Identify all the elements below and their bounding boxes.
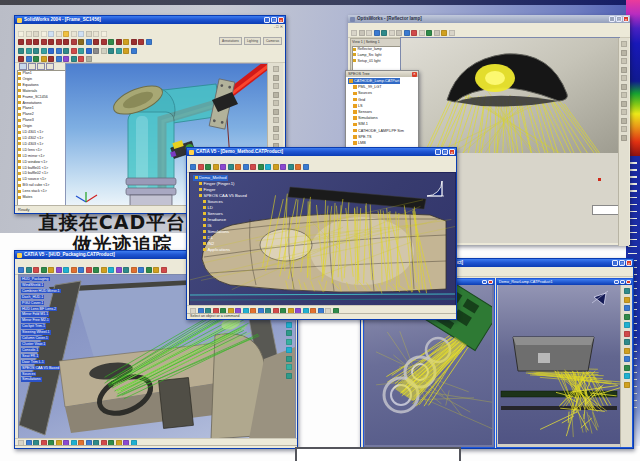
toolbar-icon[interactable]	[93, 267, 99, 273]
toolbar-icon[interactable]	[621, 84, 627, 90]
optis-viewport[interactable]	[400, 37, 620, 154]
toolbar-icon[interactable]	[33, 56, 39, 62]
toolbar-icon[interactable]	[18, 39, 24, 45]
tree-item[interactable]: Console.1	[21, 348, 39, 352]
tree-item[interactable]: Sources	[21, 372, 36, 376]
toolbar-icon[interactable]	[56, 56, 62, 62]
hud-spec-tree[interactable]: HUD_PackagingWindShield.1Combiner HUD Mi…	[21, 277, 61, 383]
toolbar-icon[interactable]	[250, 164, 256, 170]
toolbar-icon[interactable]	[18, 48, 24, 54]
toolbar-icon[interactable]	[205, 164, 211, 170]
optis-titlebar[interactable]: OptisWorks - [Reflector lamp]	[348, 15, 630, 23]
toolbar-icon[interactable]	[18, 56, 24, 62]
toolbar-icon[interactable]	[381, 30, 387, 36]
toolbar-icon[interactable]	[351, 30, 357, 36]
toolbar-icon[interactable]	[624, 331, 630, 337]
toolbar-icon[interactable]	[78, 56, 84, 62]
tree-item[interactable]: Steering Wheel.1	[21, 330, 51, 334]
maximize-button[interactable]: □	[619, 260, 625, 266]
toolbar-icon[interactable]	[273, 117, 279, 123]
toolbar-icon[interactable]	[63, 56, 69, 62]
toolbar-icon[interactable]	[624, 356, 630, 362]
solidworks-titlebar[interactable]: SolidWorks 2004 - [Frame_SC1456]	[15, 16, 285, 24]
close-button[interactable]: ✕	[626, 260, 632, 266]
toolbar-icon[interactable]	[101, 267, 107, 273]
toolbar-icon[interactable]	[190, 164, 196, 170]
toolbar-icon[interactable]	[621, 126, 627, 132]
palette-tree[interactable]: CATHODE_Lamp.CATPartPML_99_LGTSourcesGri…	[348, 78, 416, 148]
toolbar-icon[interactable]	[198, 164, 204, 170]
toolbar-icon[interactable]	[624, 348, 630, 354]
toolbar-icon[interactable]	[18, 31, 24, 37]
palette-titlebar[interactable]: SPEOS Tree	[346, 71, 418, 77]
toolbar-icon[interactable]	[621, 135, 627, 141]
toolbar-icon[interactable]	[138, 39, 144, 45]
maximize-button[interactable]	[620, 280, 625, 285]
toolbar-icon[interactable]	[93, 39, 99, 45]
toolbar-icon[interactable]	[56, 31, 62, 37]
palette-close-icon[interactable]: ✕	[412, 72, 417, 77]
minimize-button[interactable]	[614, 280, 619, 285]
tree-item[interactable]: Simulations	[21, 377, 42, 381]
tree-item[interactable]: Door Trim L.1	[21, 360, 45, 364]
toolbar-icon[interactable]	[624, 365, 630, 371]
toolbar-icon[interactable]	[280, 164, 286, 170]
toolbar-icon[interactable]	[93, 31, 99, 37]
demo-spec-tree[interactable]: Demo_MethodFinger (Finger.1)FingerSPEOS …	[193, 175, 247, 253]
toolbar-icon[interactable]	[56, 267, 62, 273]
toolbar-icon[interactable]	[123, 48, 129, 54]
toolbar-icon[interactable]	[624, 322, 630, 328]
toolbar-icon[interactable]	[273, 164, 279, 170]
toolbar-icon[interactable]	[63, 267, 69, 273]
tree-item[interactable]: Mates	[18, 195, 66, 201]
toolbar-icon[interactable]	[621, 92, 627, 98]
tree-item[interactable]: Cluster Visor.1	[21, 342, 46, 346]
toolbar-icon[interactable]	[286, 339, 292, 345]
toolbar-icon[interactable]	[153, 267, 159, 273]
toolbar-icon[interactable]	[48, 267, 54, 273]
solidworks-command-buttons[interactable]: AnnotationsLightingCameras	[219, 37, 282, 45]
close-button[interactable]	[488, 280, 493, 285]
toolbar-icon[interactable]	[78, 31, 84, 37]
toolbar-icon[interactable]	[48, 39, 54, 45]
solidworks-toolbar-4[interactable]	[15, 55, 285, 63]
toolbar-icon[interactable]	[71, 267, 77, 273]
toolbar-icon[interactable]	[26, 39, 32, 45]
toolbar-icon[interactable]	[228, 164, 234, 170]
toolbar-icon[interactable]	[366, 30, 372, 36]
toolbar-icon[interactable]	[71, 31, 77, 37]
toolbar-icon[interactable]	[93, 48, 99, 54]
tree-item[interactable]: Seat FR.1	[21, 354, 39, 358]
toolbar-icon[interactable]	[78, 39, 84, 45]
toolbar-icon[interactable]	[404, 30, 410, 36]
toolbar-icon[interactable]	[86, 39, 92, 45]
toolbar-icon[interactable]	[220, 164, 226, 170]
optis-panel-tabs[interactable]: View 1 | Setting 1	[352, 40, 380, 44]
lamp-child-toolbar[interactable]	[620, 285, 632, 447]
tree-item[interactable]: HUD_Packaging	[21, 277, 50, 281]
toolbar-icon[interactable]	[78, 48, 84, 54]
toolbar-icon[interactable]	[359, 30, 365, 36]
command-button[interactable]: Annotations	[219, 37, 242, 45]
command-button[interactable]: Cameras	[263, 37, 282, 45]
toolbar-icon[interactable]	[624, 305, 630, 311]
toolbar-icon[interactable]	[56, 48, 62, 54]
toolbar-icon[interactable]	[101, 31, 107, 37]
toolbar-icon[interactable]	[26, 267, 32, 273]
toolbar-icon[interactable]	[286, 330, 292, 336]
close-button[interactable]: ✕	[623, 16, 629, 22]
close-button[interactable]: ✕	[278, 17, 284, 23]
minimize-button[interactable]	[482, 280, 487, 285]
toolbar-icon[interactable]	[449, 30, 455, 36]
toolbar-icon[interactable]	[624, 288, 630, 294]
tree-item[interactable]: Column Cover.1	[21, 336, 49, 340]
toolbar-icon[interactable]	[146, 39, 152, 45]
tree-item[interactable]: PGU Cover.1	[21, 301, 44, 305]
toolbar-icon[interactable]	[138, 267, 144, 273]
tree-item[interactable]: HUD Lens BF Lens.2	[21, 307, 57, 311]
toolbar-icon[interactable]	[131, 48, 137, 54]
toolbar-icon[interactable]	[48, 48, 54, 54]
toolbar-icon[interactable]	[86, 56, 92, 62]
tree-item[interactable]: Mirror Fold M1.1	[21, 312, 49, 316]
toolbar-icon[interactable]	[26, 31, 32, 37]
